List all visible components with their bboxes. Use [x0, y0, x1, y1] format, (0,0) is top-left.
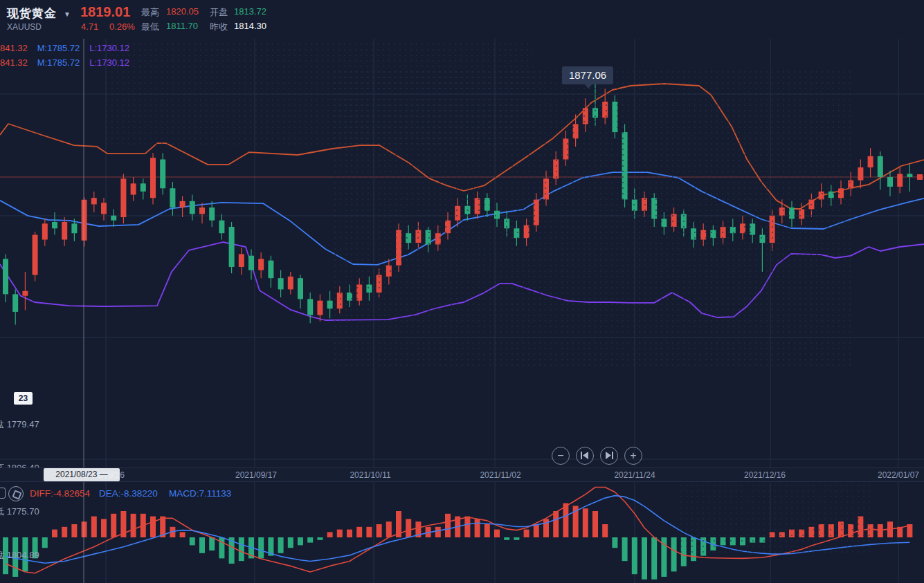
macd-histogram-bar	[307, 537, 313, 543]
trading-app: { "header": { "symbol": "现货黄金", "code": …	[0, 0, 924, 583]
candle-body	[710, 230, 716, 239]
candle-body	[3, 259, 8, 294]
candle-body	[239, 254, 244, 267]
stat-high-value: 1820.05	[166, 6, 199, 17]
macd-histogram-bar	[347, 530, 352, 537]
candle-body	[445, 221, 451, 234]
candle-body	[298, 278, 303, 299]
macd-dea-label: DEA:-8.38220	[99, 488, 158, 499]
candle-body	[111, 216, 116, 221]
candle-body	[268, 261, 273, 279]
candle-body	[101, 203, 107, 214]
candle-body	[42, 223, 48, 239]
candle-body	[700, 230, 706, 240]
macd-histogram-bar	[759, 537, 765, 543]
candle-body	[396, 230, 401, 266]
stat-low-value: 1811.70	[166, 21, 198, 31]
candle-body	[759, 235, 765, 243]
candle-body	[612, 102, 617, 132]
macd-histogram-bar	[514, 537, 519, 540]
candle-body	[789, 207, 795, 219]
stat-open-label: 开盘	[210, 6, 228, 19]
candle-body	[858, 167, 863, 181]
candle-body	[494, 211, 500, 219]
macd-histogram-bar	[583, 508, 588, 537]
candle-body	[721, 227, 726, 238]
candle-body	[120, 178, 126, 217]
macd-histogram-bar	[356, 527, 362, 537]
macd-histogram-bar	[553, 511, 559, 537]
skip-to-start-button[interactable]	[576, 447, 594, 465]
macd-histogram-bar	[239, 537, 244, 561]
macd-histogram-bar	[180, 532, 185, 537]
macd-histogram-bar	[445, 514, 451, 537]
zoom-in-button[interactable]: +	[624, 447, 642, 465]
stat-high-label: 最高	[141, 6, 159, 19]
candle-body	[33, 235, 38, 275]
x-axis-label: 2021/11/24	[614, 470, 655, 480]
macd-histogram-bar	[878, 524, 883, 537]
macd-histogram-bar	[52, 530, 57, 537]
zoom-out-button[interactable]: −	[552, 447, 570, 465]
candle-body	[563, 138, 568, 159]
macd-histogram-bar	[534, 524, 539, 537]
boll-upper-value: 841.32	[0, 57, 28, 68]
candle-body	[455, 206, 460, 221]
candle-body	[484, 198, 490, 211]
symbol-dropdown-caret-icon[interactable]: ▼	[64, 10, 71, 18]
candle-body	[288, 277, 293, 290]
macd-histogram-bar	[858, 517, 863, 537]
macd-histogram-bar	[82, 521, 87, 537]
macd-histogram-bar	[730, 537, 736, 545]
macd-histogram-bar	[642, 537, 647, 580]
candle-body	[62, 222, 67, 240]
clipped-left-icon	[0, 488, 6, 499]
x-axis: 2021/08/262021/09/172021/10/112021/11/02…	[0, 468, 924, 482]
macd-histogram-bar	[494, 530, 500, 537]
candle-body	[199, 207, 205, 214]
boll-upper-value: 841.32	[0, 43, 28, 53]
boll-lower-band	[0, 242, 924, 320]
macd-histogram-bar	[651, 537, 657, 580]
macd-histogram-bar	[504, 537, 509, 540]
boll-middle-band	[0, 172, 924, 265]
candle-body	[386, 266, 392, 277]
current-price-marker	[917, 174, 923, 180]
crosshair-day-badge: 23	[14, 392, 33, 405]
candle-body	[730, 227, 736, 233]
peak-price-tooltip: 1877.06	[562, 66, 613, 84]
macd-histogram-bar	[592, 511, 598, 537]
candle-body	[750, 223, 755, 234]
macd-histogram-bar	[101, 519, 107, 537]
macd-histogram-bar	[563, 503, 568, 537]
candle-body	[426, 230, 431, 245]
boll-lower-value: L:1730.12	[89, 57, 129, 68]
candle-body	[534, 200, 539, 225]
macd-histogram-bar	[524, 530, 529, 537]
candle-body	[504, 219, 509, 228]
candle-body	[71, 223, 77, 233]
macd-histogram-bar	[681, 537, 687, 566]
boll-lower-value: L:1730.12	[89, 43, 129, 53]
macd-histogram-bar	[671, 537, 677, 571]
gear-icon[interactable]	[8, 486, 24, 501]
macd-histogram-bar	[750, 537, 755, 543]
macd-histogram-bar	[190, 537, 195, 545]
symbol-name[interactable]: 现货黄金	[7, 6, 57, 21]
candle-body	[642, 198, 647, 211]
macd-histogram-bar	[721, 537, 726, 545]
skip-to-end-button[interactable]	[600, 447, 618, 465]
candle-body	[651, 198, 657, 219]
x-axis-label: 2021/10/11	[350, 470, 390, 480]
macd-histogram-bar	[789, 530, 795, 537]
macd-histogram-bar	[209, 537, 215, 550]
macd-histogram-bar	[131, 514, 136, 537]
candle-body	[779, 207, 785, 216]
candle-body	[475, 198, 480, 214]
boll-mid-value: M:1785.72	[37, 43, 80, 53]
stat-prevclose-value: 1814.30	[234, 21, 266, 31]
candle-body	[327, 301, 333, 309]
macd-histogram-bar	[327, 532, 333, 537]
macd-histogram-bar	[298, 537, 303, 545]
candle-body	[661, 219, 667, 227]
